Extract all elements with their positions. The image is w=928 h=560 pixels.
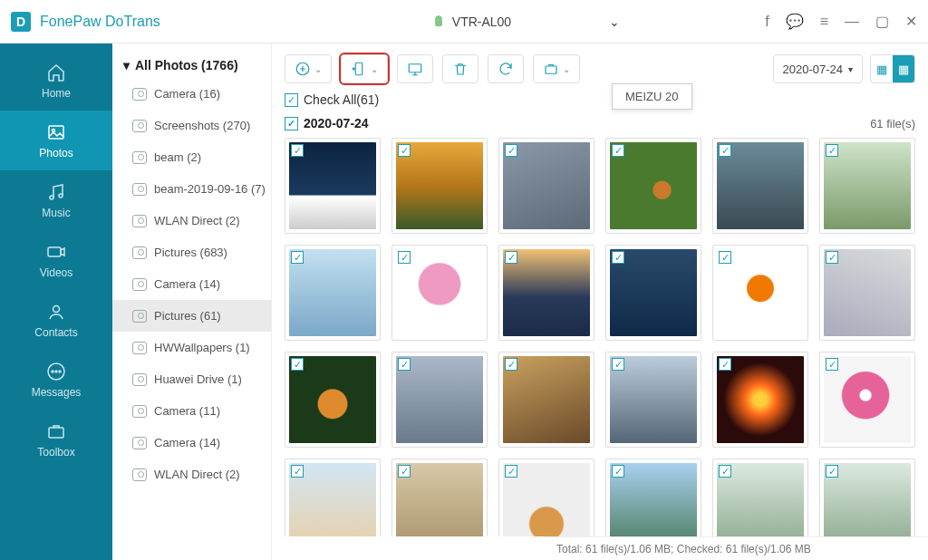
- album-item[interactable]: Pictures (683): [112, 237, 271, 268]
- date-filter-label: 2020-07-24: [783, 63, 844, 76]
- svg-rect-0: [49, 126, 63, 139]
- svg-rect-4: [48, 247, 61, 256]
- sidebar-item-messages[interactable]: Messages: [0, 350, 112, 410]
- checkbox-icon[interactable]: ✓: [398, 465, 411, 478]
- album-icon: [132, 342, 147, 354]
- checkbox-icon[interactable]: ✓: [826, 358, 838, 371]
- photo-thumb[interactable]: ✓: [712, 352, 808, 448]
- photo-thumb[interactable]: ✓: [498, 352, 594, 448]
- checkbox-icon[interactable]: ✓: [398, 358, 411, 371]
- photo-thumb[interactable]: ✓: [392, 459, 488, 536]
- photo-thumb[interactable]: ✓: [819, 459, 915, 536]
- photo-thumb[interactable]: ✓: [285, 352, 381, 448]
- sidebar-item-photos[interactable]: Photos: [0, 111, 112, 170]
- photo-thumb[interactable]: ✓: [605, 138, 701, 234]
- album-label: Camera (16): [154, 87, 220, 101]
- checkbox-icon[interactable]: ✓: [612, 251, 624, 264]
- maximize-button[interactable]: ▢: [875, 13, 889, 30]
- checkbox-icon[interactable]: ✓: [612, 465, 624, 478]
- feedback-icon[interactable]: 💬: [786, 13, 804, 30]
- checkbox-icon[interactable]: ✓: [612, 144, 624, 157]
- checkbox-icon[interactable]: ✓: [285, 93, 298, 107]
- album-label: WLAN Direct (2): [154, 214, 240, 227]
- photo-thumb[interactable]: ✓: [819, 352, 915, 448]
- photo-thumb[interactable]: ✓: [712, 245, 808, 341]
- album-item[interactable]: Pictures (61): [112, 300, 271, 332]
- sidebar-item-music[interactable]: Music: [0, 170, 112, 230]
- photo-thumb[interactable]: ✓: [712, 138, 808, 234]
- checkbox-icon[interactable]: ✓: [719, 144, 731, 157]
- photo-thumb[interactable]: ✓: [605, 459, 701, 536]
- sidebar-item-videos[interactable]: Videos: [0, 230, 112, 290]
- check-all-row[interactable]: ✓ Check All(61): [272, 89, 928, 112]
- album-icon: [132, 151, 147, 164]
- photo-thumb[interactable]: ✓: [392, 245, 488, 341]
- photo-thumb[interactable]: ✓: [605, 245, 701, 341]
- photo-thumb[interactable]: ✓: [285, 245, 381, 341]
- checkbox-icon[interactable]: ✓: [826, 465, 838, 478]
- photo-thumb[interactable]: ✓: [392, 138, 488, 234]
- album-item[interactable]: WLAN Direct (2): [112, 205, 271, 237]
- album-item[interactable]: beam-2019-09-16 (7): [112, 173, 271, 205]
- export-to-pc-button[interactable]: [397, 54, 433, 83]
- checkbox-icon[interactable]: ✓: [505, 251, 517, 264]
- album-item[interactable]: Huawei Drive (1): [112, 363, 271, 395]
- checkbox-icon[interactable]: ✓: [398, 144, 411, 157]
- minimize-button[interactable]: —: [845, 14, 859, 30]
- checkbox-icon[interactable]: ✓: [291, 465, 304, 478]
- checkbox-icon[interactable]: ✓: [398, 251, 411, 264]
- more-tools-button[interactable]: ⌄: [533, 54, 580, 83]
- album-item[interactable]: Camera (11): [112, 395, 271, 427]
- photo-thumb[interactable]: ✓: [819, 138, 915, 234]
- photo-thumb[interactable]: ✓: [605, 352, 701, 448]
- sidebar-item-toolbox[interactable]: Toolbox: [0, 410, 112, 469]
- album-item[interactable]: HWWallpapers (1): [112, 332, 271, 363]
- checkbox-icon[interactable]: ✓: [719, 358, 731, 371]
- photo-thumb[interactable]: ✓: [712, 459, 808, 536]
- checkbox-icon[interactable]: ✓: [826, 144, 838, 157]
- checkbox-icon[interactable]: ✓: [505, 144, 517, 157]
- grid-medium-view[interactable]: ▦: [871, 55, 893, 82]
- checkbox-icon[interactable]: ✓: [291, 144, 304, 157]
- album-item[interactable]: Camera (16): [112, 78, 271, 110]
- album-label: Camera (14): [154, 277, 220, 291]
- photo-thumb[interactable]: ✓: [819, 245, 915, 341]
- sidebar-item-home[interactable]: Home: [0, 51, 112, 111]
- photo-thumb[interactable]: ✓: [498, 245, 594, 341]
- checkbox-icon[interactable]: ✓: [719, 465, 731, 478]
- refresh-button[interactable]: [488, 54, 524, 83]
- delete-button[interactable]: [442, 54, 478, 83]
- photo-thumb[interactable]: ✓: [285, 459, 381, 536]
- album-item[interactable]: WLAN Direct (2): [112, 459, 271, 490]
- menu-icon[interactable]: ≡: [820, 14, 828, 30]
- album-label: Pictures (683): [154, 246, 227, 259]
- checkbox-icon[interactable]: ✓: [291, 358, 304, 371]
- checkbox-icon[interactable]: ✓: [285, 117, 298, 130]
- checkbox-icon[interactable]: ✓: [291, 251, 304, 264]
- checkbox-icon[interactable]: ✓: [826, 251, 838, 264]
- checkbox-icon[interactable]: ✓: [719, 251, 731, 264]
- photo-thumb[interactable]: ✓: [498, 459, 594, 536]
- date-filter[interactable]: 2020-07-24 ▾: [773, 54, 864, 83]
- album-icon: [132, 310, 147, 323]
- album-item[interactable]: Camera (14): [112, 427, 271, 459]
- sidebar-item-label: Home: [42, 87, 71, 100]
- photo-thumb[interactable]: ✓: [285, 138, 381, 234]
- album-header[interactable]: ▾ All Photos (1766): [112, 53, 271, 78]
- share-icon[interactable]: f: [765, 14, 768, 30]
- album-item[interactable]: Camera (14): [112, 268, 271, 300]
- app-logo: D: [11, 12, 31, 32]
- export-to-device-button[interactable]: ⌄: [341, 54, 388, 83]
- checkbox-icon[interactable]: ✓: [612, 358, 624, 371]
- sidebar-item-contacts[interactable]: Contacts: [0, 290, 112, 350]
- checkbox-icon[interactable]: ✓: [505, 358, 517, 371]
- add-button[interactable]: ⌄: [285, 54, 332, 83]
- photo-thumb[interactable]: ✓: [498, 138, 594, 234]
- album-item[interactable]: Screenshots (270): [112, 110, 271, 141]
- photo-thumb[interactable]: ✓: [392, 352, 488, 448]
- checkbox-icon[interactable]: ✓: [505, 465, 517, 478]
- album-item[interactable]: beam (2): [112, 141, 271, 173]
- grid-small-view[interactable]: ▦: [893, 55, 914, 82]
- device-selector[interactable]: VTR-AL00 ⌄: [432, 14, 620, 29]
- close-button[interactable]: ✕: [905, 13, 917, 30]
